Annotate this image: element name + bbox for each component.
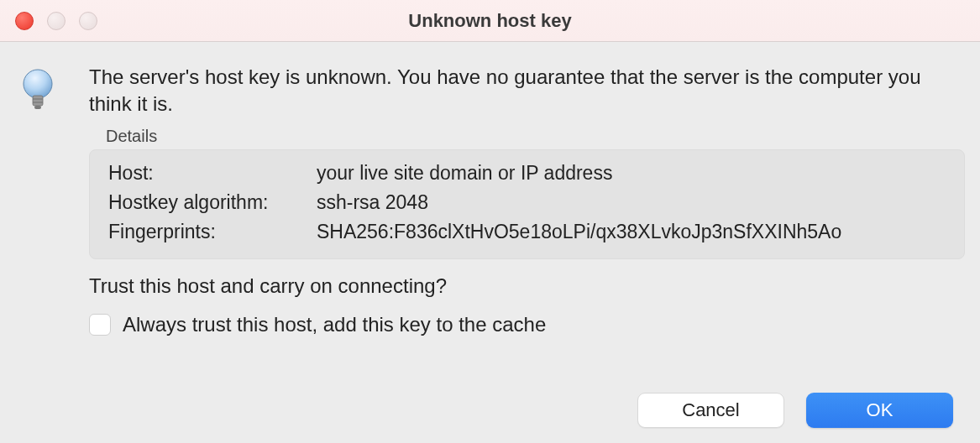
dialog-window: Unknown host key <box>0 0 980 443</box>
dialog-message: The server's host key is unknown. You ha… <box>89 64 965 118</box>
trust-question: Trust this host and carry on connecting? <box>89 274 965 298</box>
svg-rect-4 <box>34 106 41 109</box>
fingerprints-label: Fingerprints: <box>108 221 317 243</box>
fingerprints-value: SHA256:F836clXtHvO5e18oLPi/qx38XLvkoJp3n… <box>317 221 946 243</box>
details-box: Host: your live site domain or IP addres… <box>89 149 965 259</box>
cancel-button[interactable]: Cancel <box>637 393 784 428</box>
button-row: Cancel OK <box>18 384 965 428</box>
details-heading: Details <box>106 127 965 146</box>
dialog-content: The server's host key is unknown. You ha… <box>0 42 980 443</box>
host-value: your live site domain or IP address <box>317 162 946 185</box>
always-trust-label: Always trust this host, add this key to … <box>123 313 546 336</box>
host-label: Host: <box>108 162 317 185</box>
always-trust-row[interactable]: Always trust this host, add this key to … <box>89 313 965 336</box>
svg-rect-1 <box>33 96 43 106</box>
lightbulb-icon <box>18 99 57 113</box>
svg-point-0 <box>24 70 52 98</box>
titlebar: Unknown host key <box>0 0 980 42</box>
minimize-icon <box>47 12 66 30</box>
window-controls <box>15 12 97 30</box>
hostkey-algorithm-value: ssh-rsa 2048 <box>317 191 946 214</box>
zoom-icon <box>79 12 97 30</box>
window-title: Unknown host key <box>0 10 980 32</box>
always-trust-checkbox[interactable] <box>89 314 111 336</box>
close-icon[interactable] <box>15 12 34 30</box>
hostkey-algorithm-label: Hostkey algorithm: <box>108 191 317 214</box>
ok-button[interactable]: OK <box>806 393 953 428</box>
